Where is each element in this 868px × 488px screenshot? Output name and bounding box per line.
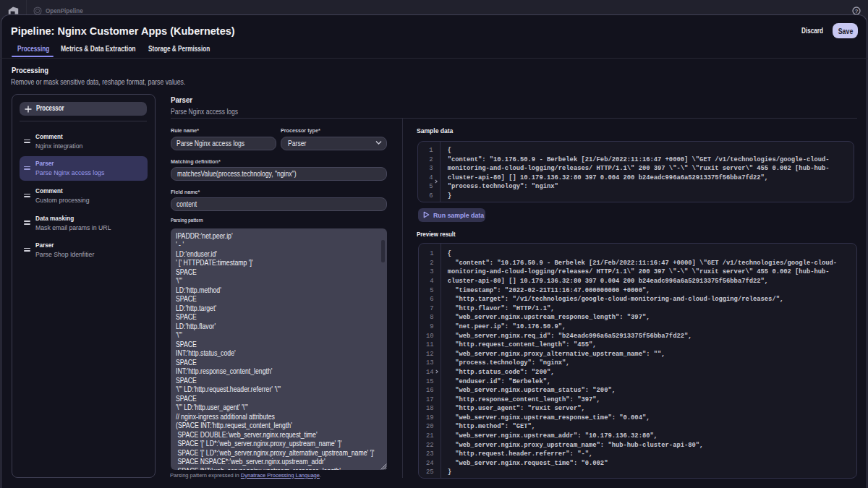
svg-text:?: ?: [855, 8, 859, 14]
